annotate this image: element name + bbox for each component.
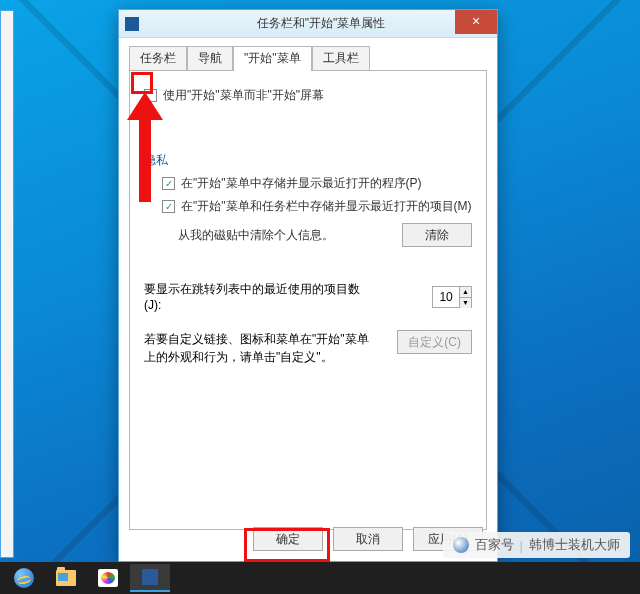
option-use-start-menu-row: 使用"开始"菜单而非"开始"屏幕 [144,87,472,104]
system-icon [125,17,139,31]
taskbar-paint-button[interactable] [88,564,128,592]
folder-icon [56,570,76,586]
tab-navigation[interactable]: 导航 [187,46,233,71]
close-button[interactable]: × [455,10,497,34]
watermark-author: 韩博士装机大师 [529,536,620,554]
jumplist-spinner[interactable]: ▲ ▼ [432,286,472,308]
tab-start-menu[interactable]: "开始"菜单 [233,46,312,71]
tab-page-start-menu: 使用"开始"菜单而非"开始"屏幕 隐私 在"开始"菜单中存储并显示最近打开的程序… [129,70,487,530]
customize-row: 若要自定义链接、图标和菜单在"开始"菜单上的外观和行为，请单击"自定义"。 自定… [144,330,472,366]
customize-button[interactable]: 自定义(C) [397,330,472,354]
paint-icon [98,569,118,587]
dialog-client-area: 任务栏 导航 "开始"菜单 工具栏 使用"开始"菜单而非"开始"屏幕 隐私 在"… [119,38,497,561]
label-jumplist-count: 要显示在跳转列表中的最近使用的项目数(J): [144,281,374,312]
watermark-badge: 百家号 | 韩博士装机大师 [443,532,630,558]
label-clear-tiles: 从我的磁贴中清除个人信息。 [178,227,334,244]
clear-tiles-row: 从我的磁贴中清除个人信息。 清除 [178,223,472,247]
checkbox-store-programs[interactable] [162,177,175,190]
clear-button[interactable]: 清除 [402,223,472,247]
desktop-background: 任务栏和"开始"菜单属性 × 任务栏 导航 "开始"菜单 工具栏 使用"开始"菜… [0,0,640,594]
option-store-items-row: 在"开始"菜单和任务栏中存储并显示最近打开的项目(M) [162,198,472,215]
ie-icon [14,568,34,588]
tab-toolbars[interactable]: 工具栏 [312,46,370,71]
option-store-programs-row: 在"开始"菜单中存储并显示最近打开的程序(P) [162,175,472,192]
section-privacy-title: 隐私 [144,152,472,169]
watermark-separator: | [520,538,523,553]
checkbox-use-start-menu[interactable] [144,89,157,102]
properties-dialog: 任务栏和"开始"菜单属性 × 任务栏 导航 "开始"菜单 工具栏 使用"开始"菜… [118,9,498,562]
label-customize: 若要自定义链接、图标和菜单在"开始"菜单上的外观和行为，请单击"自定义"。 [144,330,374,366]
taskbar-ie-button[interactable] [4,564,44,592]
cancel-button[interactable]: 取消 [333,527,403,551]
checkbox-store-items[interactable] [162,200,175,213]
jumplist-row: 要显示在跳转列表中的最近使用的项目数(J): ▲ ▼ [144,281,472,312]
watermark-brand: 百家号 [475,536,514,554]
spinner-up-icon[interactable]: ▲ [460,287,471,297]
tab-strip: 任务栏 导航 "开始"菜单 工具栏 [129,46,487,70]
jumplist-input[interactable] [433,287,459,307]
spinner-down-icon[interactable]: ▼ [460,297,471,308]
taskbar[interactable] [0,562,640,594]
ok-button[interactable]: 确定 [253,527,323,551]
window-title: 任务栏和"开始"菜单属性 [145,15,497,32]
tab-taskbar[interactable]: 任务栏 [129,46,187,71]
partial-window-left [0,10,14,558]
titlebar[interactable]: 任务栏和"开始"菜单属性 × [119,10,497,38]
label-store-programs: 在"开始"菜单中存储并显示最近打开的程序(P) [181,175,422,192]
watermark-logo-icon [453,537,469,553]
label-store-items: 在"开始"菜单和任务栏中存储并显示最近打开的项目(M) [181,198,472,215]
app-icon [142,569,158,585]
label-use-start-menu: 使用"开始"菜单而非"开始"屏幕 [163,87,324,104]
taskbar-app-button[interactable] [130,564,170,592]
taskbar-explorer-button[interactable] [46,564,86,592]
